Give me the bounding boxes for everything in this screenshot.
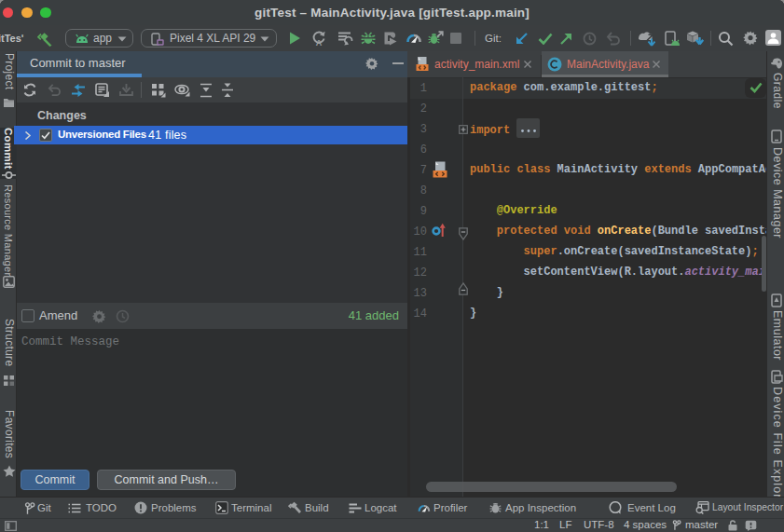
svg-text:A: A (316, 38, 323, 47)
